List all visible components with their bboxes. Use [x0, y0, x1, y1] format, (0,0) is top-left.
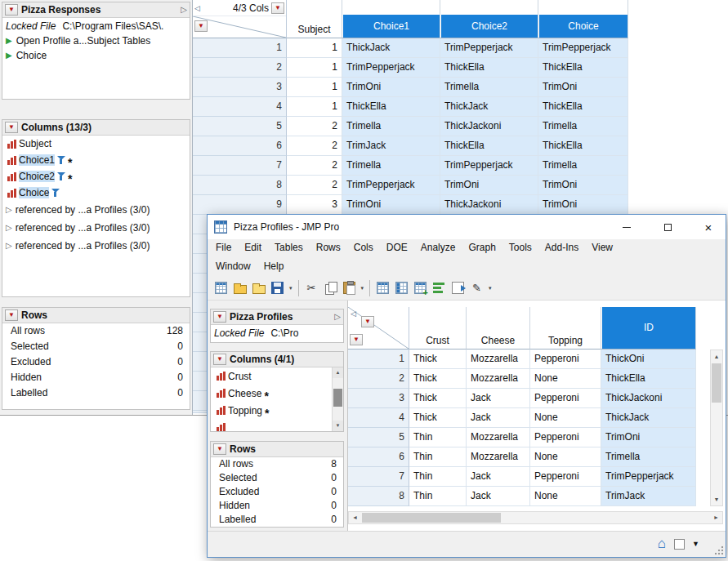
- cell-id-row1[interactable]: ThickOni: [601, 350, 696, 369]
- column-item[interactable]: [212, 419, 331, 432]
- save-button[interactable]: [268, 278, 287, 297]
- rows-stat-row[interactable]: Hidden0: [211, 499, 343, 513]
- menu-tables[interactable]: Tables: [268, 239, 310, 258]
- column-header-crust[interactable]: Crust: [409, 307, 467, 350]
- maximize-button[interactable]: [650, 215, 685, 239]
- row-number-cell[interactable]: 5: [193, 117, 287, 136]
- cell-crust-row3[interactable]: Thick: [409, 389, 467, 408]
- scroll-right-icon[interactable]: ►: [710, 512, 722, 523]
- cut-button[interactable]: ✂: [302, 278, 321, 297]
- cell-choice1-row4[interactable]: ThickElla: [342, 97, 440, 117]
- row-number-cell[interactable]: 7: [348, 467, 409, 487]
- cell-id-row6[interactable]: Trimella: [601, 447, 696, 467]
- cell-choice-row5[interactable]: Trimella: [538, 117, 628, 136]
- cell-choice-row7[interactable]: Trimella: [538, 156, 628, 176]
- fg-panel-collapse-icon[interactable]: ▷: [334, 312, 341, 322]
- cell-choice-row3[interactable]: TrimOni: [538, 78, 628, 97]
- cell-subject-row9[interactable]: 3: [287, 195, 342, 215]
- column-item[interactable]: Choice2*: [2, 168, 190, 185]
- cell-cheese-row4[interactable]: Jack: [467, 408, 530, 428]
- row-number-cell[interactable]: 8: [193, 176, 287, 195]
- export-button[interactable]: [449, 278, 467, 297]
- close-button[interactable]: ×: [691, 215, 726, 239]
- menu-view[interactable]: View: [585, 239, 619, 258]
- menu-rows[interactable]: Rows: [310, 239, 347, 258]
- table-grid-button[interactable]: [392, 278, 411, 297]
- rows-stat-row[interactable]: Hidden0: [2, 370, 190, 385]
- column-header-choice[interactable]: Choice: [538, 0, 628, 38]
- row-number-cell[interactable]: 1: [348, 350, 409, 369]
- row-number-cell[interactable]: 9: [193, 195, 287, 215]
- rows-stat-row[interactable]: Labelled0: [211, 513, 343, 527]
- cell-subject-row8[interactable]: 2: [287, 176, 342, 195]
- cell-choice1-row7[interactable]: Trimella: [342, 156, 440, 176]
- cell-choice2-row5[interactable]: ThickJackoni: [440, 117, 538, 136]
- expand-group-icon[interactable]: ▷: [6, 223, 12, 233]
- scroll-up-icon[interactable]: ▲: [333, 367, 343, 378]
- rows-stat-row[interactable]: Labelled0: [2, 385, 190, 401]
- cell-crust-row4[interactable]: Thick: [409, 408, 467, 428]
- table-add-button[interactable]: [411, 278, 430, 297]
- row-number-cell[interactable]: 3: [193, 78, 287, 97]
- cell-choice2-row8[interactable]: TrimOni: [440, 176, 538, 195]
- row-number-cell[interactable]: 2: [348, 369, 409, 389]
- cell-choice-row2[interactable]: ThickElla: [538, 58, 628, 78]
- scrollbar-thumb[interactable]: [333, 389, 342, 407]
- grid-columns-menu-icon[interactable]: ▼: [271, 2, 284, 14]
- column-header-cheese[interactable]: Cheese: [467, 307, 530, 350]
- column-header-choice1[interactable]: Choice1: [342, 0, 440, 38]
- cell-id-row7[interactable]: TrimPepperjack: [601, 467, 696, 487]
- fg-rows-menu-icon[interactable]: ▼: [213, 443, 226, 455]
- menu-analyze[interactable]: Analyze: [414, 239, 462, 258]
- menu-tools[interactable]: Tools: [502, 239, 538, 258]
- cell-cheese-row1[interactable]: Mozzarella: [467, 350, 530, 369]
- cell-choice1-row9[interactable]: TrimOni: [342, 195, 440, 215]
- table-script-item[interactable]: ▶Choice: [2, 48, 190, 63]
- fg-table-menu-icon[interactable]: ▼: [213, 311, 226, 323]
- cell-subject-row2[interactable]: 1: [287, 58, 342, 78]
- rows-stat-row[interactable]: Selected0: [2, 339, 190, 354]
- column-header-topping[interactable]: Topping: [530, 307, 601, 350]
- column-item[interactable]: Crust: [212, 367, 331, 385]
- cell-crust-row5[interactable]: Thin: [409, 428, 467, 447]
- cell-cheese-row6[interactable]: Mozzarella: [467, 447, 530, 467]
- open-folder-button[interactable]: [230, 278, 249, 297]
- toolbar-dropdown-icon[interactable]: ▾: [289, 285, 293, 292]
- toolbar-dropdown-icon[interactable]: ▾: [489, 285, 492, 292]
- menu-edit[interactable]: Edit: [238, 239, 268, 258]
- row-number-cell[interactable]: 1: [193, 38, 287, 58]
- status-checkbox[interactable]: [674, 539, 685, 550]
- scroll-up-icon[interactable]: ▲: [711, 350, 722, 363]
- cell-topping-row5[interactable]: Pepperoni: [530, 428, 601, 447]
- cell-choice1-row3[interactable]: TrimOni: [342, 78, 440, 97]
- grid-rows-menu-icon[interactable]: ▼: [194, 20, 208, 32]
- column-item[interactable]: Choice1*: [2, 152, 190, 168]
- rows-stat-row[interactable]: All rows128: [2, 323, 190, 339]
- toolbar-dropdown-icon[interactable]: ▾: [361, 285, 364, 292]
- titlebar[interactable]: Pizza Profiles - JMP Pro ×: [208, 215, 726, 239]
- scroll-down-icon[interactable]: ▼: [711, 493, 722, 505]
- cell-crust-row6[interactable]: Thin: [409, 447, 467, 467]
- cell-topping-row3[interactable]: Pepperoni: [530, 389, 601, 408]
- cell-subject-row1[interactable]: 1: [287, 38, 342, 58]
- pencil-button[interactable]: ✎: [467, 278, 486, 297]
- menu-doe[interactable]: DOE: [380, 239, 414, 258]
- column-item[interactable]: Subject: [2, 136, 190, 152]
- cell-crust-row7[interactable]: Thin: [409, 467, 467, 487]
- collapse-sidebar-icon[interactable]: ◁: [194, 3, 200, 13]
- column-item[interactable]: Choice: [2, 185, 190, 201]
- row-number-cell[interactable]: 5: [348, 428, 409, 447]
- row-number-cell[interactable]: 4: [348, 408, 409, 428]
- row-number-cell[interactable]: 7: [193, 156, 287, 176]
- fg-collapse-sidebar-icon[interactable]: ◁: [351, 309, 356, 318]
- cell-choice2-row4[interactable]: ThickJack: [440, 97, 538, 117]
- cell-topping-row4[interactable]: None: [530, 408, 601, 428]
- cell-id-row5[interactable]: TrimOni: [601, 428, 696, 447]
- folder-button[interactable]: [249, 278, 268, 297]
- column-header-choice2[interactable]: Choice2: [440, 0, 538, 38]
- rows-menu-icon[interactable]: ▼: [5, 309, 18, 321]
- horizontal-scrollbar[interactable]: ◄ ►: [348, 511, 723, 524]
- cell-choice2-row3[interactable]: Trimella: [440, 78, 538, 97]
- cell-choice-row4[interactable]: ThickElla: [538, 97, 628, 117]
- table-menu-icon[interactable]: ▼: [5, 4, 18, 16]
